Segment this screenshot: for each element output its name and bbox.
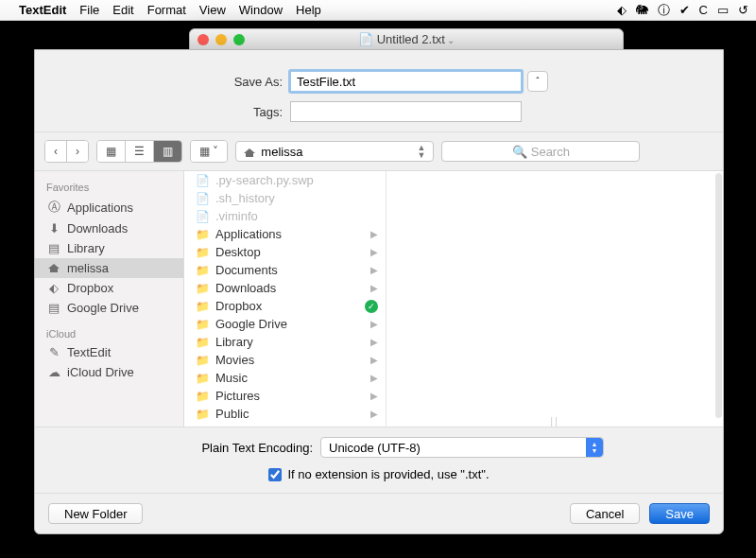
elephant-status-icon[interactable]: 🐘︎ — [636, 3, 648, 17]
filename-input[interactable] — [290, 71, 522, 92]
crescent-status-icon[interactable]: C — [699, 3, 708, 17]
window-title[interactable]: 📄 Untitled 2.txt⌄ — [190, 32, 623, 46]
file-row[interactable]: 📁Downloads▶ — [184, 279, 386, 297]
file-row[interactable]: 📁Library▶ — [184, 333, 386, 351]
sidebar-item-textedit[interactable]: ✎TextEdit — [35, 342, 183, 362]
file-row[interactable]: 📁Google Drive▶ — [184, 315, 386, 333]
file-name: Documents — [215, 263, 278, 277]
synced-badge-icon: ✓ — [365, 300, 378, 313]
tags-input[interactable] — [290, 101, 522, 122]
column-view-button[interactable]: ▥ — [153, 141, 181, 162]
chevron-right-icon: ▶ — [370, 265, 378, 275]
save-dialog-sheet: Save As: ˆ Tags: ‹ › ▦ ☰ ▥ ▦ ˅ melissa ▲… — [34, 49, 724, 534]
apps-icon: Ⓐ — [46, 199, 61, 216]
file-row[interactable]: 📁Desktop▶ — [184, 243, 386, 261]
folder-icon: 📁 — [196, 318, 211, 331]
view-menu[interactable]: View — [199, 3, 226, 17]
file-name: .py-search.py.swp — [215, 173, 314, 187]
file-row[interactable]: 📁Sites▶ — [184, 423, 386, 427]
sidebar-item-googledrive[interactable]: ▤Google Drive — [35, 298, 183, 318]
encoding-select[interactable]: Unicode (UTF-8) ▴▾ — [320, 437, 604, 458]
display-status-icon[interactable]: ▭ — [717, 3, 729, 17]
icloud-header: iCloud — [35, 325, 183, 342]
tags-label: Tags: — [35, 105, 290, 119]
chevron-right-icon: ▶ — [370, 319, 378, 329]
file-icon: 📄 — [196, 174, 211, 187]
file-row[interactable]: 📁Music▶ — [184, 369, 386, 387]
location-popup[interactable]: melissa ▲▼ — [235, 141, 434, 162]
folder-icon: ▤ — [46, 241, 61, 255]
folder-icon: 📁 — [196, 336, 211, 349]
help-menu[interactable]: Help — [296, 3, 321, 17]
search-input[interactable]: 🔍 Search — [441, 141, 640, 162]
chevron-right-icon: ▶ — [370, 337, 378, 347]
file-name: .sh_history — [215, 191, 275, 205]
back-button[interactable]: ‹ — [45, 141, 66, 162]
edit-menu[interactable]: Edit — [112, 3, 133, 17]
file-row[interactable]: 📄.viminfo — [184, 207, 386, 225]
file-row[interactable]: 📁Documents▶ — [184, 261, 386, 279]
textedit-icon: ✎ — [46, 345, 61, 359]
chevron-down-icon: ⌄ — [447, 35, 455, 45]
chevron-right-icon: ▶ — [370, 355, 378, 365]
file-name: Pictures — [215, 389, 260, 403]
sidebar-item-library[interactable]: ▤Library — [35, 238, 183, 258]
window-menu[interactable]: Window — [239, 3, 283, 17]
resize-handle[interactable]: || — [550, 415, 559, 427]
group-button[interactable]: ▦ ˅ — [191, 141, 227, 162]
updown-icon: ▲▼ — [417, 144, 425, 159]
format-menu[interactable]: Format — [147, 3, 186, 17]
file-menu[interactable]: File — [79, 3, 99, 17]
file-row[interactable]: 📁Applications▶ — [184, 225, 386, 243]
cancel-button[interactable]: Cancel — [570, 503, 640, 524]
file-row[interactable]: 📁Public▶ — [184, 405, 386, 423]
browser-toolbar: ‹ › ▦ ☰ ▥ ▦ ˅ melissa ▲▼ 🔍 Search — [35, 131, 723, 171]
encoding-label: Plain Text Encoding: — [35, 441, 320, 455]
folder-icon: 📁 — [196, 426, 211, 427]
file-row[interactable]: 📄.sh_history — [184, 189, 386, 207]
chevron-right-icon: ▶ — [370, 247, 378, 257]
save-button[interactable]: Save — [649, 503, 710, 524]
file-row[interactable]: 📁Movies▶ — [184, 351, 386, 369]
chevron-right-icon: ▶ — [370, 391, 378, 401]
info-status-icon[interactable]: ⓘ — [658, 2, 670, 19]
app-menu[interactable]: TextEdit — [19, 3, 66, 17]
forward-button[interactable]: › — [66, 141, 88, 162]
folder-icon: 📁 — [196, 354, 211, 367]
sidebar-item-icloud[interactable]: ☁︎iCloud Drive — [35, 362, 183, 382]
file-row[interactable]: 📄.py-search.py.swp — [184, 171, 386, 189]
sidebar-item-home[interactable]: melissa — [35, 258, 183, 278]
sidebar-item-downloads[interactable]: ⬇︎Downloads — [35, 218, 183, 238]
file-name: Dropbox — [215, 299, 262, 313]
file-name: Music — [215, 371, 248, 385]
home-icon — [244, 146, 255, 157]
sidebar-item-applications[interactable]: ⒶApplications — [35, 196, 183, 218]
view-mode-segment: ▦ ☰ ▥ — [96, 140, 182, 163]
file-column[interactable]: 📄.py-search.py.swp📄.sh_history📄.viminfo📁… — [184, 171, 387, 427]
scrollbar[interactable] — [715, 173, 722, 418]
preview-column: || — [387, 171, 723, 427]
dropbox-status-icon[interactable]: ⬖ — [617, 3, 627, 17]
file-row[interactable]: 📁Pictures▶ — [184, 387, 386, 405]
folder-icon: 📁 — [196, 228, 211, 241]
favorites-header: Favorites — [35, 179, 183, 196]
file-name: Movies — [215, 353, 254, 367]
nav-buttons: ‹ › — [44, 140, 89, 163]
status-area: ⬖ 🐘︎ ⓘ ✔︎ C ▭ ↺ — [617, 2, 748, 19]
time-machine-status-icon[interactable]: ↺ — [738, 3, 748, 17]
home-icon — [46, 261, 61, 275]
file-row[interactable]: 📁Dropbox✓ — [184, 297, 386, 315]
check-status-icon[interactable]: ✔︎ — [679, 3, 690, 17]
dropbox-icon: ⬖ — [46, 281, 61, 295]
new-folder-button[interactable]: New Folder — [48, 503, 143, 524]
collapse-toggle-button[interactable]: ˆ — [527, 71, 548, 92]
file-name: Sites — [215, 425, 243, 427]
updown-icon: ▴▾ — [586, 438, 603, 457]
icon-view-button[interactable]: ▦ — [97, 141, 125, 162]
sidebar-item-dropbox[interactable]: ⬖Dropbox — [35, 278, 183, 298]
use-txt-extension-checkbox[interactable] — [268, 468, 282, 481]
save-as-label: Save As: — [35, 75, 290, 89]
extension-checkbox-label: If no extension is provided, use ".txt". — [287, 467, 489, 481]
list-view-button[interactable]: ☰ — [125, 141, 153, 162]
titlebar[interactable]: 📄 Untitled 2.txt⌄ — [190, 29, 623, 50]
